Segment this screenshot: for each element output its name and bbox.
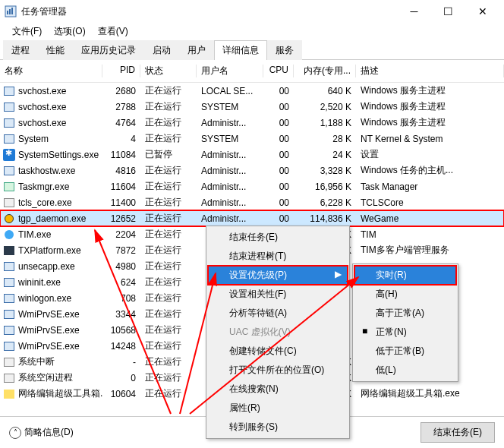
cell-desc: Windows 服务主进程 — [356, 116, 504, 129]
cell-pid: 10568 — [102, 325, 140, 336]
cell-name: svchost.exe — [18, 86, 102, 96]
cell-pid: 11604 — [102, 181, 140, 192]
ctx-search-online[interactable]: 在线搜索(N) — [208, 380, 348, 399]
priority-normal[interactable]: ■正常(N) — [354, 323, 456, 342]
ctx-set-affinity[interactable]: 设置相关性(F) — [208, 285, 348, 304]
cell-status: 正在运行 — [140, 323, 197, 336]
table-row[interactable]: ✱SystemSettings.exe11084已暂停Administr...0… — [0, 147, 504, 162]
table-row[interactable]: tcls_core.exe11400正在运行Administr...006,22… — [0, 194, 504, 210]
close-button[interactable]: ✕ — [465, 1, 499, 22]
ctx-uac-virtual: UAC 虚拟化(V) — [208, 323, 348, 342]
cell-status: 已暂停 — [140, 148, 197, 161]
cell-status: 正在运行 — [140, 228, 197, 241]
cell-pid: 11084 — [102, 150, 140, 160]
cell-desc: TIM多客户端管理服务 — [356, 244, 504, 257]
col-user[interactable]: 用户名 — [197, 65, 263, 77]
tab-processes[interactable]: 进程 — [3, 40, 38, 60]
cell-user: Administr... — [197, 150, 263, 160]
maximize-button[interactable]: ☐ — [431, 1, 465, 22]
col-status[interactable]: 状态 — [140, 65, 197, 77]
cell-mem: 114,836 K — [294, 213, 356, 224]
cell-pid: 14248 — [102, 341, 140, 352]
tab-details[interactable]: 详细信息 — [214, 40, 267, 60]
cell-mem: 24 K — [294, 150, 356, 160]
cell-user: Administr... — [197, 197, 263, 208]
col-pid[interactable]: PID — [102, 65, 140, 77]
col-desc[interactable]: 描述 — [356, 65, 504, 77]
process-icon — [3, 372, 15, 384]
cell-name: TIM.exe — [18, 229, 102, 240]
minimize-button[interactable]: ─ — [397, 1, 431, 22]
ctx-create-dump[interactable]: 创建转储文件(C) — [208, 342, 348, 361]
ctx-open-location[interactable]: 打开文件所在的位置(O) — [208, 361, 348, 380]
cell-status: 正在运行 — [140, 180, 197, 193]
tab-app-history[interactable]: 应用历史记录 — [73, 40, 144, 60]
cell-status: 正在运行 — [140, 244, 197, 257]
menu-view[interactable]: 查看(V) — [92, 23, 134, 39]
table-row[interactable]: tgp_daemon.exe12652正在运行Administr...00114… — [0, 210, 504, 226]
cell-name: svchost.exe — [18, 118, 102, 128]
bullet-icon: ■ — [362, 326, 367, 336]
tab-performance[interactable]: 性能 — [38, 40, 73, 60]
priority-realtime[interactable]: 实时(R) — [354, 266, 456, 285]
process-icon: ✱ — [3, 149, 15, 161]
col-cpu[interactable]: CPU — [263, 65, 294, 77]
process-icon — [3, 260, 15, 273]
tab-services[interactable]: 服务 — [267, 40, 302, 60]
process-icon — [3, 292, 15, 304]
table-row[interactable]: Taskmgr.exe11604正在运行Administr...0016,956… — [0, 178, 504, 194]
process-icon — [3, 388, 15, 400]
submenu-arrow-icon: ▶ — [335, 269, 342, 279]
tabs: 进程 性能 应用历史记录 启动 用户 详细信息 服务 — [0, 39, 504, 60]
ctx-end-tree[interactable]: 结束进程树(T) — [208, 247, 348, 266]
ctx-end-task[interactable]: 结束任务(E) — [208, 228, 348, 247]
table-row[interactable]: taskhostw.exe4816正在运行Administr...003,328… — [0, 162, 504, 178]
svg-rect-1 — [7, 11, 8, 14]
ctx-set-priority[interactable]: 设置优先级(P)▶ — [208, 266, 348, 285]
cell-desc: NT Kernel & System — [356, 134, 504, 144]
tab-users[interactable]: 用户 — [179, 40, 214, 60]
cell-desc: WeGame — [356, 213, 504, 224]
priority-low[interactable]: 低(L) — [354, 361, 456, 380]
priority-above-normal[interactable]: 高于正常(A) — [354, 304, 456, 323]
end-task-button[interactable]: 结束任务(E) — [421, 422, 495, 443]
cell-mem: 640 K — [294, 86, 356, 96]
cell-status: 正在运行 — [140, 292, 197, 304]
process-icon — [3, 197, 15, 209]
cell-pid: 10604 — [102, 389, 140, 399]
cell-user: Administr... — [197, 118, 263, 128]
app-icon — [5, 5, 17, 17]
cell-cpu: 00 — [263, 86, 294, 96]
priority-high[interactable]: 高(H) — [354, 285, 456, 304]
menu-file[interactable]: 文件(F) — [6, 23, 48, 39]
table-row[interactable]: System4正在运行SYSTEM0028 KNT Kernel & Syste… — [0, 131, 504, 147]
col-name[interactable]: 名称 — [0, 65, 102, 77]
ctx-goto-services[interactable]: 转到服务(S) — [208, 418, 348, 437]
cell-status: 正在运行 — [140, 116, 197, 129]
ctx-set-priority-label: 设置优先级(P) — [229, 270, 287, 280]
tab-startup[interactable]: 启动 — [144, 40, 179, 60]
cell-name: WmiPrvSE.exe — [18, 341, 102, 352]
cell-cpu: 00 — [263, 102, 294, 112]
menubar: 文件(F) 选项(O) 查看(V) — [0, 23, 504, 39]
table-row[interactable]: svchost.exe2788正在运行SYSTEM002,520 KWindow… — [0, 99, 504, 115]
cell-pid: 708 — [102, 293, 140, 304]
menu-options[interactable]: 选项(O) — [48, 23, 91, 39]
process-icon — [3, 133, 15, 145]
cell-mem: 6,228 K — [294, 197, 356, 208]
table-row[interactable]: svchost.exe2680正在运行LOCAL SE...00640 KWin… — [0, 83, 504, 99]
cell-mem: 16,956 K — [294, 181, 356, 192]
table-row[interactable]: svchost.exe4764正在运行Administr...001,188 K… — [0, 115, 504, 131]
cell-mem: 3,328 K — [294, 166, 356, 176]
window-title: 任务管理器 — [21, 5, 397, 18]
ctx-properties[interactable]: 属性(R) — [208, 399, 348, 418]
titlebar: 任务管理器 ─ ☐ ✕ — [0, 0, 504, 23]
col-mem[interactable]: 内存(专用... — [294, 65, 356, 77]
fewer-details-toggle[interactable]: ˄ 简略信息(D) — [9, 426, 74, 439]
cell-name: tcls_core.exe — [18, 197, 102, 208]
cell-desc: Windows 服务主进程 — [356, 84, 504, 97]
process-icon — [3, 324, 15, 336]
priority-below-normal[interactable]: 低于正常(B) — [354, 342, 456, 361]
ctx-analyze-wait[interactable]: 分析等待链(A) — [208, 304, 348, 323]
cell-pid: 11400 — [102, 197, 140, 208]
